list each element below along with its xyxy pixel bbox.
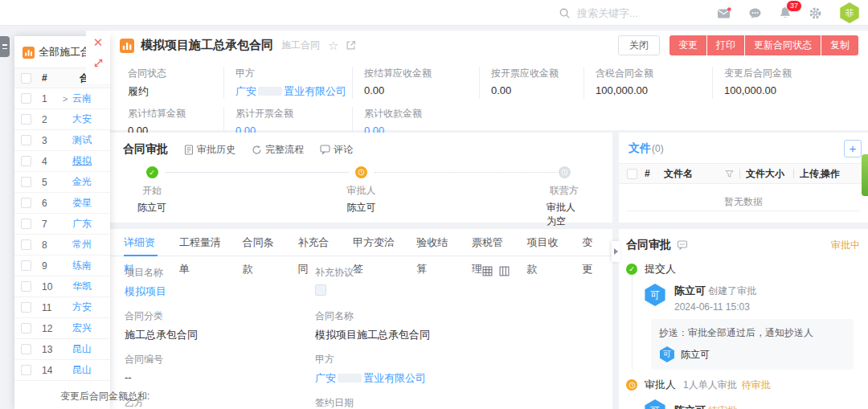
approval-history-link[interactable]: 审批历史 [184,143,235,157]
avatar[interactable]: 可 [659,346,675,362]
expand-icon[interactable] [93,58,104,68]
favorite-star-icon[interactable]: ☆ [328,39,338,51]
row-checkbox[interactable] [21,344,31,354]
row-checkbox[interactable] [21,177,31,187]
contract-link[interactable]: 练南 [72,259,92,272]
field-value: 广安 [235,85,256,97]
contract-link[interactable]: 常州 [72,238,92,252]
select-all-checkbox[interactable] [21,73,31,84]
sidebar-collapse-handle[interactable] [0,36,10,57]
contract-link[interactable]: 模拟 [72,154,92,168]
table-row[interactable]: 5 金光 [14,172,110,193]
action-button[interactable]: 变更 [669,35,706,55]
chat-icon[interactable] [748,7,762,19]
row-checkbox[interactable] [21,323,31,333]
row-index: 1 [42,93,58,104]
avatar[interactable]: 可 [644,284,666,306]
contract-link[interactable]: 广东 [72,217,92,231]
row-index: 10 [42,281,58,292]
global-search[interactable] [559,0,698,26]
contract-link[interactable]: 昆山 [72,363,92,377]
contract-link[interactable]: 昆山 [72,342,92,356]
row-checkbox[interactable] [21,156,31,166]
tab[interactable]: 甲方变洽签 [353,229,395,256]
row-checkbox[interactable] [21,219,31,229]
table-row[interactable]: 6 娄星 [14,193,110,214]
row-checkbox[interactable] [21,135,31,145]
table-row[interactable]: 4 模拟 [14,151,110,172]
table-row[interactable]: 7 广东 [14,214,110,235]
search-input[interactable] [577,7,698,19]
row-checkbox[interactable] [21,93,31,104]
contract-link[interactable]: 华凯 [72,280,92,293]
column-view-icon[interactable] [499,266,510,276]
gear-icon[interactable] [809,6,822,20]
field-label: 甲方 [235,67,355,80]
contract-link[interactable]: 大安 [72,112,92,126]
table-row[interactable]: 12 宏兴 [14,318,110,339]
supplement-checkbox[interactable] [315,284,326,296]
bell-icon[interactable]: 37 [779,6,792,19]
table-row[interactable]: 9 练南 [14,256,110,276]
page-title: 模拟项目施工总承包合同 [141,38,273,53]
contract-link[interactable]: 测试 [72,133,92,147]
action-button[interactable]: 打印 [707,35,744,55]
redacted-text [338,374,362,382]
tab[interactable]: 工程量清单 [179,229,221,256]
expand-row-icon[interactable]: > [63,94,68,104]
row-checkbox[interactable] [21,239,31,250]
contract-link[interactable]: 宏兴 [72,321,92,335]
tab[interactable]: 补充合同 [297,229,331,256]
external-link-icon[interactable] [346,40,356,51]
tab[interactable]: 合同条款 [243,229,276,256]
tab[interactable]: 变更 [582,229,599,256]
cc-person-name: 陈立可 [681,348,710,362]
table-row[interactable]: 1 > 云南 [14,88,110,109]
table-row[interactable]: 3 测试 [14,130,110,151]
approval-flow-section: 合同审批 审批历史 完整流程 评论 ✓ 开始 陈立可 [110,133,612,223]
table-row[interactable]: 13 昆山 [14,339,110,360]
table-row[interactable]: 10 华凯 [14,276,110,297]
contract-link[interactable]: 金光 [72,175,92,189]
table-row[interactable]: 2 大安 [14,109,110,130]
avatar[interactable]: 菲 [839,2,860,23]
summary-field: 按结算应收金额 0.00 [352,67,490,99]
filter-icon[interactable] [725,170,734,178]
add-file-button[interactable]: + [844,140,862,157]
table-row[interactable]: 14 昆山 [14,360,110,381]
tab[interactable]: 项目收款 [527,229,561,256]
summary-field: 变更后合同金额 100,000.00 [712,67,868,99]
contract-link[interactable]: 娄星 [72,196,92,210]
mail-icon[interactable] [717,7,731,19]
tab[interactable]: 详细资料 [124,229,158,256]
action-button[interactable]: 更新合同状态 [745,35,821,55]
grid-view-icon[interactable] [482,266,493,276]
row-checkbox[interactable] [21,281,31,292]
row-index: 8 [42,239,58,251]
row-checkbox[interactable] [21,114,31,125]
avatar[interactable]: 可 [644,399,666,409]
row-checkbox[interactable] [21,198,31,208]
panel-collapse-handle[interactable] [612,241,620,262]
contract-list-panel: 全部施工合同 ✕ # 合同 1 > 云南 2 大安 [14,36,110,409]
close-icon[interactable]: ✕ [93,37,104,48]
contract-link[interactable]: 云南 [72,92,92,105]
files-select-all-checkbox[interactable] [627,169,637,179]
tab[interactable]: 票税管理 [472,229,506,256]
table-row[interactable]: 11 方安 [14,297,110,318]
summary-field: 合同状态 履约 [128,67,235,99]
comment-icon[interactable] [677,240,688,250]
action-button[interactable]: 复制 [821,35,858,55]
table-row[interactable]: 8 常州 [14,235,110,256]
column-uploader: 上传人 [800,167,821,181]
row-checkbox[interactable] [21,365,31,375]
approver-label: 审批人 [645,378,676,392]
comment-link[interactable]: 评论 [320,143,353,157]
row-checkbox[interactable] [21,260,31,271]
close-button[interactable]: 关闭 [618,35,660,55]
tab[interactable]: 验收结算 [416,229,450,256]
right-edge-pill[interactable] [862,154,868,196]
contract-link[interactable]: 方安 [72,301,92,314]
full-process-link[interactable]: 完整流程 [252,143,304,157]
row-checkbox[interactable] [21,302,31,313]
